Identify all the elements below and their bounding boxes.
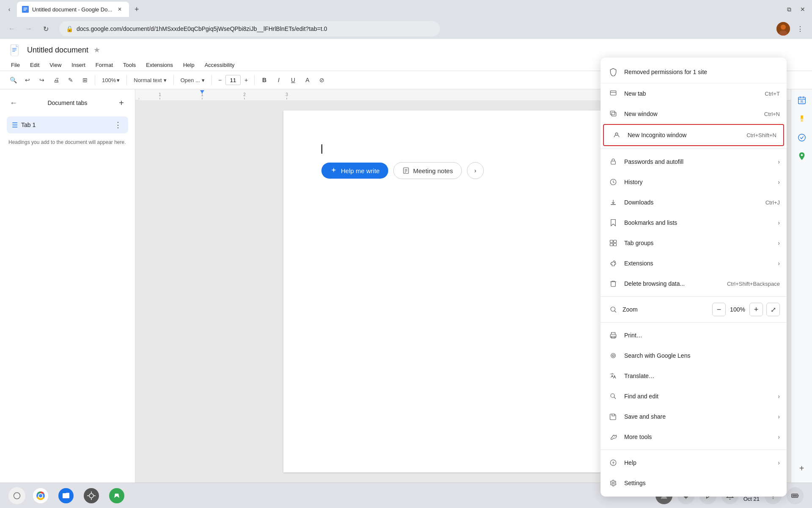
settings-app-icon[interactable] [81,486,102,506]
extensions-label: Extensions [624,260,773,267]
font-size-decrease[interactable]: − [215,75,225,85]
docs-logo [7,42,22,58]
menu-incognito[interactable]: New Incognito window Ctrl+Shift+N [603,124,784,146]
zoom-fullscreen-btn[interactable]: ⤢ [766,303,780,316]
close-window-button[interactable]: ✕ [797,3,809,15]
menu-file[interactable]: File [7,59,24,71]
text-color-btn[interactable]: A [301,74,314,86]
downloads-label: Downloads [624,199,760,206]
forward-button[interactable]: → [22,22,36,36]
font-dropdown[interactable]: Open ... ▾ [177,74,208,86]
menu-format[interactable]: Format [91,59,117,71]
svg-point-5 [781,25,786,30]
font-size-input[interactable] [225,75,241,85]
menu-edit[interactable]: Edit [26,59,44,71]
menu-settings[interactable]: Settings [601,473,787,493]
menu-extensions[interactable]: Extensions [142,59,177,71]
underline-btn[interactable]: U [287,74,299,86]
expand-icon[interactable]: + [794,461,809,476]
bold-btn[interactable]: B [258,74,271,86]
menu-google-lens[interactable]: Search with Google Lens [601,345,787,366]
more-options-button[interactable]: ⋮ [793,22,807,36]
menu-tab-groups[interactable]: Tab groups › [601,233,787,253]
separator-5 [254,75,255,85]
calendar-icon[interactable]: 31 [794,93,809,108]
star-icon[interactable]: ★ [93,45,100,55]
tab-nav-previous[interactable]: ‹ [3,3,15,15]
more-templates-button[interactable]: › [467,162,484,179]
undo-btn[interactable]: ↩ [21,74,34,86]
font-size-increase[interactable]: + [241,75,251,85]
history-label: History [624,179,773,185]
menu-translate[interactable]: Translate… [601,366,787,386]
home-button[interactable] [8,487,25,504]
svg-point-52 [611,307,615,312]
help-icon: ? [607,457,619,469]
style-dropdown[interactable]: Normal text ▾ [130,74,170,86]
menu-permissions-header: Removed permissions for 1 site [601,61,787,83]
zoom-dropdown[interactable]: 100% ▾ [99,74,123,86]
zoom-plus-btn[interactable]: + [749,303,763,316]
svg-rect-81 [792,494,797,497]
separator-3 [173,75,174,85]
passwords-arrow: › [778,158,780,165]
tab-close-button[interactable]: ✕ [115,5,124,14]
meeting-notes-button[interactable]: Meeting notes [393,162,462,179]
paint-format-btn[interactable]: ⊞ [79,74,91,86]
find-edit-arrow: › [778,393,780,400]
zoom-minus-btn[interactable]: − [712,303,726,316]
print-btn[interactable]: 🖨 [50,74,63,86]
redo-btn[interactable]: ↪ [36,74,48,86]
save-icon [607,411,619,422]
sidebar-add-btn[interactable]: + [115,96,128,110]
menu-passwords[interactable]: Passwords and autofill › [601,152,787,172]
menu-tools[interactable]: Tools [119,59,140,71]
files-app-icon[interactable] [56,486,76,506]
help-me-write-button[interactable]: Help me write [321,163,388,179]
svg-rect-50 [614,243,617,246]
menu-more-tools[interactable]: More tools › [601,427,787,447]
tasks-icon[interactable] [794,130,809,145]
divider-1 [601,149,787,149]
separator-2 [126,75,127,85]
new-tab-button[interactable]: + [131,3,143,15]
menu-help[interactable]: ? Help › [601,453,787,473]
profile-avatar[interactable] [776,22,790,36]
active-tab[interactable]: Untitled document - Google Do... ✕ [17,2,129,17]
browser-content: Untitled document ★ File Edit View Inser… [0,39,812,483]
page-paper[interactable]: Help me write Meeting note [283,110,643,472]
menu-bookmarks[interactable]: Bookmarks and lists › [601,213,787,233]
tab-item-more-btn[interactable]: ⋮ [113,120,123,130]
launcher-app-icon[interactable] [107,486,127,506]
menu-view[interactable]: View [45,59,66,71]
menu-extensions[interactable]: Extensions › [601,253,787,273]
sidebar-tab-item[interactable]: ☰ Tab 1 ⋮ [7,116,128,133]
menu-find-edit[interactable]: Find and edit › [601,386,787,406]
menu-new-window[interactable]: New window Ctrl+N [601,104,787,124]
sidebar-back-btn[interactable]: ← [7,96,20,110]
tab-favicon [22,6,29,13]
menu-help[interactable]: Help [179,59,199,71]
menu-downloads[interactable]: Downloads Ctrl+J [601,192,787,213]
menu-history[interactable]: History › [601,172,787,192]
docs-title-row: Untitled document ★ [7,42,805,58]
chrome-app-icon[interactable] [30,486,51,506]
restore-window-button[interactable]: ⧉ [783,3,795,15]
spell-check-btn[interactable]: ✎ [64,74,77,86]
maps-icon[interactable] [794,149,809,164]
menu-print[interactable]: Print… [601,325,787,345]
battery-icon[interactable] [787,487,804,504]
svg-rect-36 [610,91,616,95]
menu-new-tab[interactable]: New tab Ctrl+T [601,83,787,104]
highlight-btn[interactable]: ⊘ [315,74,328,86]
keep-icon[interactable] [794,111,809,127]
address-bar-input[interactable]: 🔒 docs.google.com/document/d/1hMSxxdeE0q… [59,21,440,36]
italic-btn[interactable]: I [272,74,285,86]
menu-delete-browsing[interactable]: Delete browsing data... Ctrl+Shift+Backs… [601,273,787,294]
menu-save-share[interactable]: Save and share › [601,406,787,427]
reload-button[interactable]: ↻ [39,22,52,36]
menu-accessibility[interactable]: Accessibility [200,59,239,71]
search-toolbar-btn[interactable]: 🔍 [7,74,19,86]
menu-insert[interactable]: Insert [67,59,90,71]
back-button[interactable]: ← [5,22,19,36]
